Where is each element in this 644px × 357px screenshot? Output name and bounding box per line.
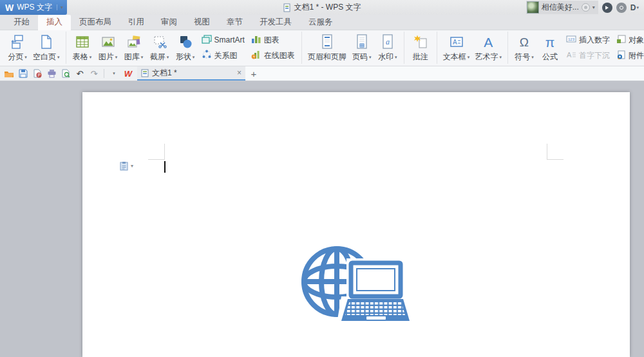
- chart-button[interactable]: 图表: [249, 34, 297, 46]
- insert-number-button[interactable]: 123 插入数字: [564, 34, 612, 46]
- margin-mark-left-horizontal: [148, 159, 165, 160]
- undo-button[interactable]: ↶: [73, 68, 86, 80]
- chevron-down-icon: ▾: [395, 55, 397, 60]
- tab-home[interactable]: 开始: [5, 15, 38, 30]
- formula-button[interactable]: π 公式: [537, 32, 563, 64]
- title-bar-right: 相信美好... ▾ D▾: [526, 1, 644, 14]
- svg-text:123: 123: [568, 37, 575, 41]
- formula-icon: π: [545, 34, 555, 50]
- chart-column: 图表 在线图表: [248, 32, 298, 64]
- chevron-down-icon: ▾: [141, 55, 144, 60]
- header-footer-button[interactable]: 页眉和页脚: [305, 32, 349, 64]
- page-number-icon: [354, 34, 370, 50]
- chevron-down-icon: ▾: [531, 55, 534, 60]
- diagram-column: SmartArt 关系图: [198, 32, 248, 64]
- user-avatar[interactable]: [527, 1, 539, 14]
- button-label: 首字下沉: [579, 50, 610, 61]
- button-label: 艺术字▾: [475, 52, 502, 63]
- tab-developer[interactable]: 开发工具: [251, 15, 300, 30]
- ribbon-tab-bar: 开始 插入 页面布局 引用 审阅 视图 章节 开发工具 云服务: [0, 15, 644, 30]
- tab-cloud[interactable]: 云服务: [300, 15, 341, 30]
- document-tab[interactable]: 文档1 * ×: [137, 66, 245, 81]
- chevron-down-icon[interactable]: ▾: [592, 5, 595, 10]
- shapes-button[interactable]: 形状▾: [173, 32, 198, 64]
- attachment-button[interactable]: 附件: [614, 50, 644, 62]
- blank-page-button[interactable]: 空白页▾: [30, 32, 62, 64]
- text-box-button[interactable]: A 文本框▾: [440, 32, 473, 64]
- member-badge-icon: [582, 3, 590, 12]
- page-number-button[interactable]: 页码▾: [349, 32, 375, 64]
- text-cursor: [164, 161, 166, 173]
- globe-laptop-image[interactable]: [300, 240, 410, 332]
- docer-menu[interactable]: D▾: [630, 3, 639, 13]
- chevron-down-icon: ▾: [468, 55, 470, 60]
- export-pdf-button[interactable]: P: [31, 68, 44, 80]
- wps-home-button[interactable]: W: [122, 68, 135, 80]
- number-column: 123 插入数字 A 首字下沉: [563, 32, 613, 64]
- redo-button[interactable]: ↷: [88, 68, 100, 80]
- chevron-down-icon: ▾: [90, 55, 92, 60]
- tab-view[interactable]: 视图: [185, 15, 218, 30]
- chevron-down-icon[interactable]: ▾: [57, 5, 63, 10]
- smartart-icon: [202, 34, 212, 46]
- comment-button[interactable]: 批注: [408, 32, 433, 64]
- button-label: 空白页▾: [33, 52, 60, 63]
- app-menu-button[interactable]: W WPS 文字 ▾: [0, 0, 67, 15]
- upgrade-icon[interactable]: [616, 3, 627, 13]
- document-page[interactable]: ▾: [82, 92, 630, 357]
- button-label: 附件: [629, 50, 644, 61]
- table-icon: [75, 34, 90, 50]
- picture-button[interactable]: 图片▾: [95, 32, 121, 64]
- close-tab-icon[interactable]: ×: [237, 68, 242, 77]
- print-preview-button[interactable]: [59, 68, 72, 80]
- redo-icon: ↷: [91, 70, 98, 78]
- page-break-button[interactable]: 分页▾: [5, 32, 30, 64]
- online-chart-icon: [251, 50, 261, 61]
- watermark-button[interactable]: a 水印▾: [375, 32, 401, 64]
- button-label: 表格▾: [73, 52, 92, 63]
- tab-references[interactable]: 引用: [120, 15, 153, 30]
- tab-review[interactable]: 审阅: [153, 15, 185, 30]
- ribbon-group-header-footer: 页眉和页脚 页码▾ a 水印▾: [301, 32, 404, 64]
- margin-mark-right-horizontal: [547, 159, 564, 160]
- new-tab-button[interactable]: +: [245, 66, 262, 81]
- tab-section[interactable]: 章节: [218, 15, 251, 30]
- tab-page-layout[interactable]: 页面布局: [71, 15, 120, 30]
- header-footer-icon: [319, 34, 335, 50]
- paste-options-icon: [119, 161, 129, 171]
- object-button[interactable]: 对象 ▾: [614, 34, 644, 46]
- wordart-button[interactable]: A 艺术字▾: [472, 32, 504, 64]
- paste-options-button[interactable]: ▾: [119, 161, 133, 171]
- page-break-icon: [10, 34, 25, 50]
- gallery-button[interactable]: 图库▾: [121, 32, 147, 64]
- account-menu[interactable]: 相信美好... ▾: [526, 1, 598, 14]
- open-file-button[interactable]: [3, 68, 15, 80]
- symbol-button[interactable]: Ω 符号▾: [511, 32, 537, 64]
- online-chart-button[interactable]: 在线图表: [249, 49, 297, 62]
- button-label: 文本框▾: [443, 52, 470, 63]
- comment-icon: [413, 34, 428, 50]
- chevron-down-icon: ▾: [115, 55, 118, 60]
- folder-icon: [4, 70, 14, 78]
- document-canvas[interactable]: ▾: [0, 81, 644, 357]
- chevron-down-icon: ▾: [369, 55, 372, 60]
- relation-diagram-button[interactable]: 关系图: [200, 49, 247, 62]
- svg-text:A: A: [567, 51, 572, 59]
- save-button[interactable]: [17, 68, 30, 80]
- smartart-button[interactable]: SmartArt: [200, 34, 247, 46]
- insert-number-icon: 123: [566, 35, 576, 45]
- chevron-down-icon: ▾: [131, 163, 133, 169]
- document-icon: [141, 69, 149, 77]
- tab-insert[interactable]: 插入: [38, 15, 71, 30]
- button-label: 图片▾: [99, 52, 118, 63]
- save-icon: [19, 69, 28, 78]
- community-icon[interactable]: [602, 3, 612, 13]
- button-label: SmartArt: [214, 35, 245, 44]
- table-button[interactable]: 表格▾: [70, 32, 95, 64]
- screenshot-button[interactable]: 截屏▾: [147, 32, 173, 64]
- toolbar-options-button[interactable]: ▾: [108, 68, 120, 80]
- chevron-down-icon: ▾: [499, 55, 502, 60]
- print-button[interactable]: [45, 68, 58, 80]
- quick-access-toolbar: P ↶ ↷ ▾ W 文档1 * × +: [0, 66, 644, 81]
- button-label: 页码▾: [352, 52, 372, 63]
